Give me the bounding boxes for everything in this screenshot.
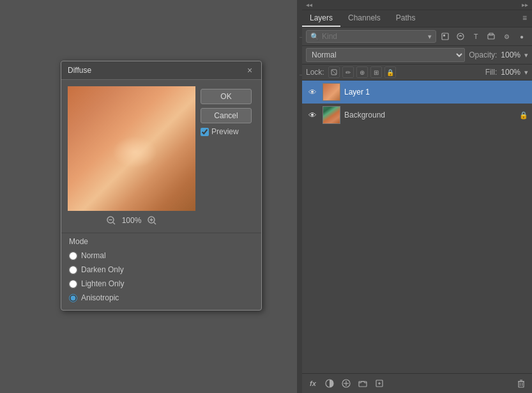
mode-radio-group: Normal Darken Only Lighten Only Anisotro… — [69, 251, 254, 302]
fill-dropdown-arrow[interactable]: ▾ — [524, 68, 528, 77]
filter-text-icon[interactable]: T — [469, 30, 482, 43]
kind-dropdown-arrow[interactable]: ▾ — [428, 33, 432, 41]
panel-menu-button[interactable]: ≡ — [517, 10, 532, 27]
preview-area: 100% — [68, 86, 195, 226]
mode-darken-only-radio[interactable] — [69, 266, 77, 274]
background-lock-icon: 🔒 — [519, 111, 528, 119]
preview-zoom-controls: 100% — [68, 215, 195, 226]
kind-search[interactable]: 🔍 ▾ — [306, 30, 436, 43]
add-fx-button[interactable]: fx — [306, 376, 320, 390]
mode-normal[interactable]: Normal — [69, 251, 254, 260]
collapse-left-arrows: ◂◂ — [306, 1, 312, 8]
layer-item-background[interactable]: 👁 Background 🔒 — [302, 104, 532, 127]
preview-checkbox-input[interactable] — [201, 128, 209, 136]
svg-rect-8 — [443, 35, 445, 36]
tab-channels[interactable]: Channels — [340, 10, 388, 27]
lock-artboard-button[interactable]: ⊞ — [370, 66, 382, 78]
opacity-dropdown-arrow[interactable]: ▾ — [524, 51, 528, 59]
preview-checkbox-label[interactable]: Preview — [201, 127, 252, 136]
lock-all-button[interactable]: 🔒 — [384, 66, 396, 78]
lock-position-button[interactable]: ⊕ — [356, 66, 368, 78]
filter-lock-icon[interactable]: ⚙ — [500, 30, 513, 43]
ok-button[interactable]: OK — [201, 89, 252, 104]
layer1-name: Layer 1 — [344, 88, 528, 96]
layers-list: 👁 Layer 1 👁 Background 🔒 — [302, 81, 532, 373]
zoom-out-button[interactable] — [105, 215, 117, 226]
collapse-right-arrows: ▸▸ — [522, 1, 528, 8]
mode-section: Mode Normal Darken Only Lighten Only Ani… — [61, 233, 261, 310]
mode-anisotropic-radio[interactable] — [69, 294, 77, 302]
fill-label: Fill: — [485, 68, 498, 77]
mode-normal-label: Normal — [81, 251, 106, 260]
filter-toggle-icon[interactable]: ● — [515, 30, 528, 43]
zoom-value: 100% — [122, 216, 142, 225]
blend-mode-row: Normal Opacity: 100% ▾ — [302, 46, 532, 65]
layer1-visibility-button[interactable]: 👁 — [306, 86, 319, 98]
close-button[interactable]: × — [245, 65, 255, 75]
dialog-titlebar: Diffuse × — [61, 61, 261, 80]
toolbar-filter-icons: T ⚙ ● — [439, 30, 528, 43]
right-panel: ◂◂ ▸▸ Layers Channels Paths ≡ 🔍 ▾ — [302, 0, 532, 393]
svg-line-13 — [331, 70, 337, 75]
mode-lighten-only-radio[interactable] — [69, 280, 77, 288]
layer1-thumbnail — [323, 83, 340, 101]
mode-darken-only[interactable]: Darken Only — [69, 265, 254, 274]
lock-transparent-button[interactable] — [328, 66, 340, 78]
panel-search-toolbar: 🔍 ▾ T — [302, 27, 532, 46]
lock-label: Lock: — [306, 68, 324, 77]
tab-paths[interactable]: Paths — [388, 10, 423, 27]
opacity-label: Opacity: — [469, 50, 497, 59]
svg-rect-22 — [519, 381, 524, 387]
add-group-button[interactable] — [356, 376, 370, 390]
dialog-title: Diffuse — [68, 66, 91, 75]
layer-item-layer1[interactable]: 👁 Layer 1 — [302, 81, 532, 104]
svg-line-6 — [154, 222, 156, 224]
mode-lighten-only-label: Lighten Only — [81, 279, 124, 288]
dialog-body: 100% OK Cancel Preview — [61, 80, 261, 233]
lock-icons: ✏ ⊕ ⊞ 🔒 — [328, 66, 396, 78]
filter-shape-icon[interactable] — [485, 30, 498, 43]
background-eye-icon: 👁 — [308, 111, 317, 120]
search-icon: 🔍 — [310, 33, 319, 41]
lock-row: Lock: ✏ ⊕ ⊞ 🔒 Fill: 100% ▾ — [302, 65, 532, 81]
panel-tabs: Layers Channels Paths ≡ — [302, 10, 532, 27]
add-mask-button[interactable] — [323, 376, 337, 390]
diffuse-dialog: Diffuse × 100% — [61, 61, 262, 311]
mode-anisotropic-label: Anisotropic — [81, 293, 119, 302]
opacity-value[interactable]: 100% — [501, 50, 521, 59]
background-thumbnail — [323, 106, 340, 124]
svg-rect-18 — [359, 381, 367, 387]
mode-lighten-only[interactable]: Lighten Only — [69, 279, 254, 288]
lock-image-button[interactable]: ✏ — [342, 66, 354, 78]
panel-collapse-top: ◂◂ ▸▸ — [302, 0, 532, 10]
background-visibility-button[interactable]: 👁 — [306, 109, 319, 121]
filter-adjust-icon[interactable] — [454, 30, 467, 43]
preview-checkbox-text: Preview — [211, 127, 239, 136]
mode-anisotropic[interactable]: Anisotropic — [69, 293, 254, 302]
filter-pixel-icon[interactable] — [439, 30, 452, 43]
dialog-buttons: OK Cancel Preview — [201, 86, 252, 226]
preview-image — [68, 86, 195, 211]
mode-section-label: Mode — [69, 237, 254, 246]
fill-value[interactable]: 100% — [501, 68, 521, 77]
background-layer-name: Background — [344, 111, 515, 119]
tab-layers[interactable]: Layers — [302, 10, 340, 27]
add-adjustment-button[interactable] — [339, 376, 353, 390]
layer1-eye-icon: 👁 — [308, 88, 317, 97]
kind-search-input[interactable] — [322, 32, 425, 41]
cancel-button[interactable]: Cancel — [201, 108, 252, 123]
zoom-in-button[interactable] — [146, 215, 158, 226]
blend-mode-select[interactable]: Normal — [306, 48, 465, 62]
delete-layer-button[interactable] — [514, 376, 528, 390]
add-layer-button[interactable] — [372, 376, 386, 390]
panel-bottom-bar: fx — [302, 373, 532, 393]
mode-normal-radio[interactable] — [69, 252, 77, 260]
svg-line-2 — [113, 222, 115, 224]
mode-darken-only-label: Darken Only — [81, 265, 124, 274]
